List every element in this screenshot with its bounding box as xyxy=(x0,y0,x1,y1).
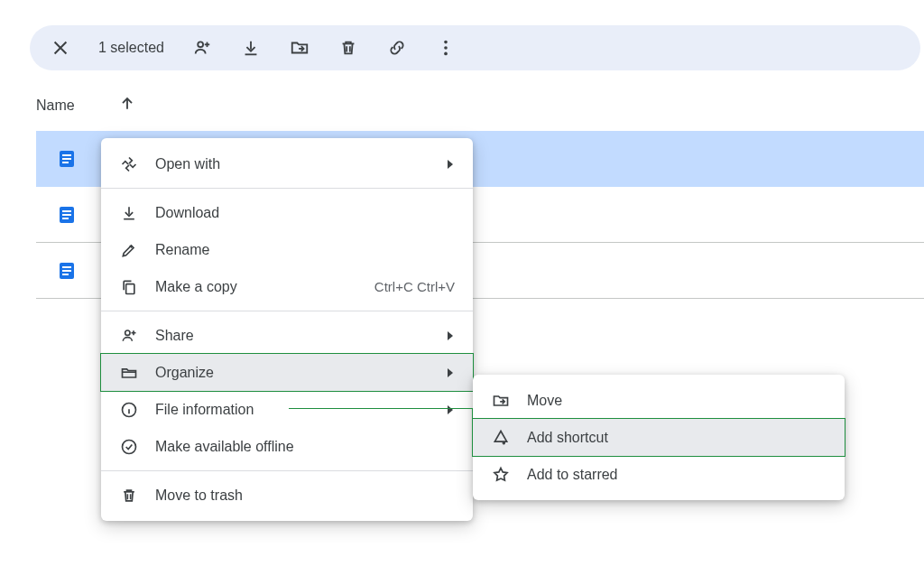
menu-label: Share xyxy=(155,328,194,344)
chevron-right-icon xyxy=(446,328,455,344)
move-to-folder-icon xyxy=(491,391,511,411)
menu-available-offline[interactable]: Make available offline xyxy=(101,428,473,465)
svg-rect-10 xyxy=(62,214,71,216)
menu-open-with[interactable]: Open with xyxy=(101,145,473,182)
menu-shortcut: Ctrl+C Ctrl+V xyxy=(374,279,455,294)
docs-file-icon xyxy=(56,148,78,170)
more-vert-icon[interactable] xyxy=(435,37,457,59)
svg-point-2 xyxy=(444,46,448,50)
menu-make-copy[interactable]: Make a copy Ctrl+C Ctrl+V xyxy=(101,268,473,305)
svg-rect-6 xyxy=(62,158,71,160)
menu-file-information[interactable]: File information xyxy=(101,391,473,428)
menu-label: Organize xyxy=(155,365,214,381)
svg-point-0 xyxy=(198,42,203,47)
copy-icon xyxy=(119,277,139,297)
svg-point-17 xyxy=(125,330,130,335)
submenu-label: Move xyxy=(527,393,562,409)
submenu-move[interactable]: Move xyxy=(473,382,845,419)
download-icon[interactable] xyxy=(240,37,262,59)
column-name-label[interactable]: Name xyxy=(36,98,75,114)
menu-label: Rename xyxy=(155,242,209,258)
offline-icon xyxy=(119,437,139,457)
menu-organize[interactable]: Organize xyxy=(101,354,473,391)
menu-label: Open with xyxy=(155,156,220,172)
star-icon xyxy=(491,465,511,485)
menu-label: Download xyxy=(155,205,219,221)
menu-separator xyxy=(101,470,473,471)
chevron-right-icon xyxy=(446,402,455,418)
submenu-add-shortcut[interactable]: Add shortcut xyxy=(473,419,845,456)
info-icon xyxy=(119,400,139,420)
svg-rect-5 xyxy=(62,154,71,156)
open-with-icon xyxy=(119,154,139,174)
rename-icon xyxy=(119,240,139,260)
download-icon xyxy=(119,203,139,223)
svg-rect-7 xyxy=(62,162,69,163)
svg-rect-11 xyxy=(62,218,69,219)
sort-ascending-icon[interactable] xyxy=(118,95,136,116)
menu-separator xyxy=(101,311,473,311)
svg-point-1 xyxy=(444,41,448,44)
docs-file-icon xyxy=(56,260,78,282)
folder-open-icon xyxy=(119,363,139,383)
add-shortcut-icon xyxy=(491,428,511,448)
submenu-label: Add to starred xyxy=(527,467,618,483)
submenu-label: Add shortcut xyxy=(527,430,608,446)
context-menu: Open with Download Rename Make a copy Ct… xyxy=(101,138,473,521)
menu-share[interactable]: Share xyxy=(101,317,473,354)
chevron-right-icon xyxy=(446,365,455,381)
svg-point-3 xyxy=(444,52,448,56)
menu-label: Move to trash xyxy=(155,488,243,504)
menu-download[interactable]: Download xyxy=(101,194,473,231)
svg-rect-13 xyxy=(62,266,71,268)
svg-rect-9 xyxy=(62,210,71,212)
menu-move-to-trash[interactable]: Move to trash xyxy=(101,477,473,514)
trash-icon[interactable] xyxy=(337,37,359,59)
move-to-folder-icon[interactable] xyxy=(289,37,310,59)
menu-rename[interactable]: Rename xyxy=(101,231,473,268)
svg-rect-16 xyxy=(126,283,134,293)
menu-label: Make available offline xyxy=(155,439,294,455)
column-header: Name xyxy=(36,95,136,116)
trash-icon xyxy=(119,486,139,506)
selection-toolbar: 1 selected xyxy=(30,25,920,70)
submenu-add-to-starred[interactable]: Add to starred xyxy=(473,456,845,493)
share-person-icon xyxy=(119,326,139,346)
selection-count: 1 selected xyxy=(98,40,164,56)
docs-file-icon xyxy=(56,204,78,226)
svg-point-19 xyxy=(123,440,136,453)
menu-label: File information xyxy=(155,402,254,418)
organize-submenu: Move Add shortcut Add to starred xyxy=(473,375,845,500)
chevron-right-icon xyxy=(446,156,455,172)
link-icon[interactable] xyxy=(386,37,408,59)
svg-rect-15 xyxy=(62,274,69,275)
menu-label: Make a copy xyxy=(155,279,237,295)
svg-rect-14 xyxy=(62,270,71,272)
menu-separator xyxy=(101,188,473,189)
share-person-icon[interactable] xyxy=(191,37,213,59)
close-icon[interactable] xyxy=(50,37,71,59)
